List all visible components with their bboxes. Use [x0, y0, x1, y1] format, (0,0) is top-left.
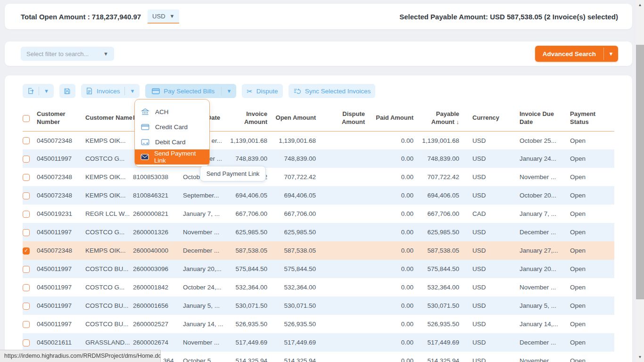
row-checkbox-cell — [23, 223, 37, 241]
menu-item-ach[interactable]: ACH — [135, 104, 209, 119]
cell-invoice_date: January 7, ... — [183, 205, 224, 223]
row-checkbox[interactable] — [23, 192, 30, 199]
row-checkbox-cell — [23, 315, 37, 333]
menu-item-send-payment-link[interactable]: Send Payment Link — [135, 149, 209, 165]
dispute-button[interactable]: ✂ Dispute — [242, 84, 282, 98]
cell-invoice_due_date: November ... — [510, 352, 561, 362]
chevron-down-icon: ▼ — [226, 89, 231, 94]
cell-currency: USD — [463, 223, 510, 241]
save-layout-button[interactable] — [59, 84, 75, 98]
row-checkbox[interactable] — [23, 137, 30, 144]
cell-payment_status: Open — [561, 149, 614, 168]
cell-dispute_amount — [320, 278, 369, 296]
advanced-search-button[interactable]: Advanced Search ▼ — [535, 46, 618, 62]
sync-selected-invoices-button[interactable]: Sync Selected Invoices — [289, 84, 376, 98]
column-header-customer_name[interactable]: Customer Name — [85, 107, 133, 131]
cell-invoice_date: October 24,... — [183, 278, 224, 296]
cell-paid_amount: 0.00 — [369, 333, 417, 352]
pay-selected-bills-caret[interactable]: ▼ — [222, 84, 236, 98]
table-row[interactable]: 0450011997COSTCO BU...2600002527January … — [23, 315, 614, 333]
row-checkbox[interactable] — [23, 156, 30, 163]
export-caret[interactable]: ▼ — [39, 84, 54, 98]
filter-select[interactable]: Select filter to search... ▼ — [21, 47, 114, 61]
cell-invoice_amount: 530,071.50 — [224, 296, 271, 315]
toolbar: ▼ Invoices — [23, 84, 614, 98]
cell-open_amount: 667,706.00 — [271, 205, 320, 223]
column-header-open_amount[interactable]: Open Amount — [271, 107, 320, 131]
currency-selector[interactable]: USD ▼ — [148, 9, 179, 24]
scroll-down-arrow-icon[interactable]: ▼ — [636, 353, 644, 361]
cell-invoice_amount: 694,406.05 — [224, 186, 271, 205]
cell-dispute_amount — [320, 186, 369, 205]
cell-invoice_number: 2600040000 — [133, 241, 183, 260]
menu-item-credit-card[interactable]: Credit Card — [135, 119, 209, 134]
cell-customer_name: COSTCO G... — [85, 223, 133, 241]
cell-currency: USD — [463, 315, 510, 333]
export-button[interactable] — [23, 84, 39, 98]
cell-dispute_amount — [320, 149, 369, 168]
row-checkbox[interactable] — [23, 211, 30, 218]
cell-open_amount: 530,071.50 — [271, 296, 320, 315]
column-header-invoice_amount[interactable]: Invoice Amount — [224, 107, 271, 131]
column-header-currency[interactable]: Currency — [463, 107, 510, 131]
select-all-header[interactable] — [23, 107, 37, 131]
row-checkbox[interactable] — [23, 174, 30, 181]
table-row[interactable]: 0450011997COSTCO G...2600001842October 2… — [23, 278, 614, 296]
scroll-up-arrow-icon[interactable]: ▲ — [636, 1, 644, 9]
cell-invoice_due_date: December ... — [510, 223, 561, 241]
table-row[interactable]: 0450072348KEMPS OIK...2600040000December… — [23, 241, 614, 260]
table-row[interactable]: 0450019231REGR LCL W...2600000821January… — [23, 205, 614, 223]
column-header-paid_amount[interactable]: Paid Amount — [369, 107, 417, 131]
row-checkbox[interactable] — [23, 339, 30, 346]
cell-dispute_amount — [320, 168, 369, 186]
row-checkbox-cell — [23, 205, 37, 223]
row-checkbox[interactable] — [23, 247, 30, 255]
table-row[interactable]: 0450011997COSTCO BU...2600001656January … — [23, 296, 614, 315]
row-checkbox[interactable] — [23, 266, 30, 273]
column-header-invoice_due_date[interactable]: Invoice Due Date — [510, 107, 561, 131]
column-header-payable_amount[interactable]: Payable Amount ↓ — [417, 107, 463, 131]
select-all-checkbox[interactable] — [23, 115, 30, 122]
vertical-scrollbar[interactable]: ▲ ▼ — [636, 0, 644, 362]
cell-payment_status: Open — [561, 223, 614, 241]
page: Total Open Amount : 718,237,940.97 USD ▼… — [5, 4, 632, 362]
cell-paid_amount: 0.00 — [369, 186, 417, 205]
cell-open_amount: 694,406.05 — [271, 186, 320, 205]
invoice-table-card: ▼ Invoices — [5, 75, 632, 362]
invoices-button[interactable]: Invoices — [81, 84, 125, 98]
table-row[interactable]: 0450072348KEMPS OIK...8100853038October.… — [23, 168, 614, 186]
chevron-down-icon: ▼ — [609, 51, 614, 57]
column-header-payment_status[interactable]: Payment Status — [561, 107, 614, 131]
table-row[interactable]: 0450011997COSTCO G...er ...748,839.00748… — [23, 149, 614, 168]
table-row[interactable]: 0450072348KEMPS OIK...er...1,139,001.681… — [23, 131, 614, 149]
cell-invoice_due_date: October 25... — [510, 131, 561, 149]
export-button-group: ▼ — [23, 84, 54, 98]
export-icon — [27, 87, 34, 95]
cell-currency: USD — [463, 296, 510, 315]
invoices-caret[interactable]: ▼ — [125, 84, 140, 98]
cell-payment_status: Open — [561, 205, 614, 223]
cell-invoice_date: January 20,... — [183, 260, 224, 278]
cell-paid_amount: 0.00 — [369, 260, 417, 278]
table-row[interactable]: 0450072348KEMPS OIK...8100846321Septembe… — [23, 186, 614, 205]
cell-invoice_number: 2600003096 — [133, 260, 183, 278]
table-row[interactable]: 0450011997COSTCO BU...2600003096January … — [23, 260, 614, 278]
table-row[interactable]: 0450011997COSTCO G...2600001326November … — [23, 223, 614, 241]
row-checkbox[interactable] — [23, 229, 30, 236]
menu-item-debit-card[interactable]: Debit Card — [135, 134, 209, 149]
pay-selected-bills-button[interactable]: Pay Selected Bills — [145, 84, 221, 98]
advanced-search-caret[interactable]: ▼ — [604, 46, 618, 62]
row-checkbox[interactable] — [23, 284, 30, 291]
cell-payable_amount: 587,538.05 — [417, 241, 463, 260]
cell-payable_amount: 667,706.00 — [417, 205, 463, 223]
currency-selector-value: USD — [152, 13, 165, 20]
cell-dispute_amount — [320, 296, 369, 315]
cell-customer_number: 0450011997 — [37, 223, 85, 241]
save-icon — [64, 88, 71, 95]
row-checkbox[interactable] — [23, 321, 30, 328]
column-header-customer_number[interactable]: Customer Number — [37, 107, 85, 131]
row-checkbox[interactable] — [23, 303, 30, 310]
scrollbar-thumb[interactable] — [636, 45, 644, 299]
table-row[interactable]: 0450021611GRASSLAND...2600002674November… — [23, 333, 614, 352]
column-header-dispute_amount[interactable]: Dispute Amount — [320, 107, 369, 131]
